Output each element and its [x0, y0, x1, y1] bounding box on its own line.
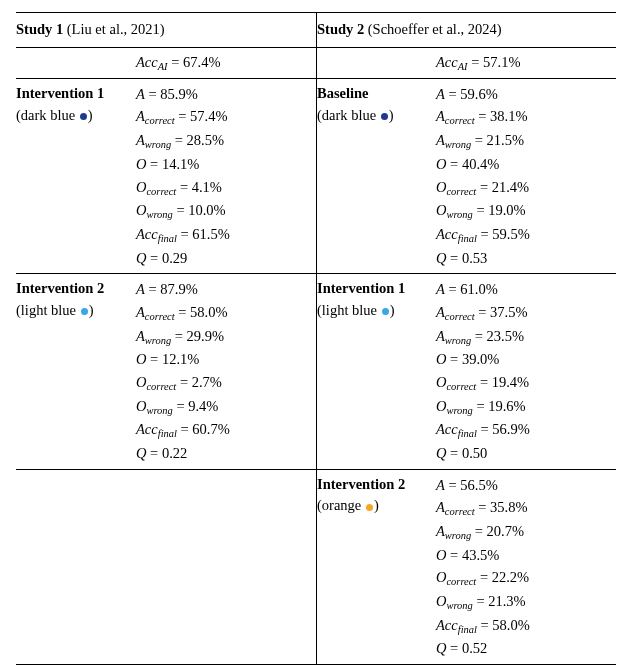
study1-group-metrics: A = 85.9% Acorrect = 57.4% Awrong = 28.5… — [136, 79, 316, 273]
metric-A-correct: Acorrect = 38.1% — [436, 105, 610, 129]
metric-O-wrong: Owrong = 21.3% — [436, 590, 610, 614]
acc-val: = 57.1% — [468, 54, 521, 70]
metric-A-correct: Acorrect = 57.4% — [136, 105, 310, 129]
group-title: Intervention 1 — [317, 278, 430, 300]
metric-O-correct: Ocorrect = 22.2% — [436, 566, 610, 590]
dot-darkblue-icon — [80, 113, 87, 120]
metric-O: O = 12.1% — [136, 348, 310, 370]
study1-header: Study 1 (Liu et al., 2021) — [16, 13, 316, 47]
dot-lightblue-icon — [81, 308, 88, 315]
metric-O: O = 14.1% — [136, 153, 310, 175]
metric-A-correct: Acorrect = 35.8% — [436, 496, 610, 520]
metric-A-wrong: Awrong = 21.5% — [436, 129, 610, 153]
acc-label: Acc — [136, 54, 158, 70]
metric-O: O = 43.5% — [436, 544, 610, 566]
group-color: (dark blue ) — [16, 105, 130, 127]
metric-Q: Q = 0.50 — [436, 442, 610, 464]
metric-O-correct: Ocorrect = 21.4% — [436, 176, 610, 200]
acc-val: = 67.4% — [168, 54, 221, 70]
study2-group-metrics: A = 59.6% Acorrect = 38.1% Awrong = 21.5… — [436, 79, 616, 273]
metric-Q: Q = 0.53 — [436, 247, 610, 269]
group-title: Intervention 2 — [317, 474, 430, 496]
metric-Q: Q = 0.22 — [136, 442, 310, 464]
metric-A-correct: Acorrect = 37.5% — [436, 301, 610, 325]
metric-Acc-final: Accfinal = 58.0% — [436, 614, 610, 638]
dot-lightblue-icon — [382, 308, 389, 315]
study1-cite: (Liu et al., 2021) — [67, 21, 165, 37]
study1-group-metrics: A = 87.9% Acorrect = 58.0% Awrong = 29.9… — [136, 274, 316, 468]
acc-label: Acc — [436, 54, 458, 70]
study2-cite: (Schoeffer et al., 2024) — [368, 21, 502, 37]
metric-A-correct: Acorrect = 58.0% — [136, 301, 310, 325]
metric-A-wrong: Awrong = 20.7% — [436, 520, 610, 544]
study2-group-metrics: A = 56.5% Acorrect = 35.8% Awrong = 20.7… — [436, 470, 616, 664]
study2-header: Study 2 (Schoeffer et al., 2024) — [316, 13, 616, 47]
study2-title: Study 2 — [317, 21, 368, 37]
group-color: (orange ) — [317, 495, 430, 517]
dot-darkblue-icon — [381, 113, 388, 120]
dot-orange-icon — [366, 504, 373, 511]
study2-group-label: Intervention 2 (orange ) — [316, 470, 436, 664]
metric-Acc-final: Accfinal = 56.9% — [436, 418, 610, 442]
study2-acc-ai: AccAI = 57.1% — [436, 48, 616, 78]
metric-Acc-final: Accfinal = 61.5% — [136, 223, 310, 247]
group-title: Intervention 1 — [16, 83, 130, 105]
group-color: (light blue ) — [16, 300, 130, 322]
metric-O-correct: Ocorrect = 2.7% — [136, 371, 310, 395]
study2-group-metrics: A = 61.0% Acorrect = 37.5% Awrong = 23.5… — [436, 274, 616, 468]
group-color: (dark blue ) — [317, 105, 430, 127]
study2-group-label: Intervention 1 (light blue ) — [316, 274, 436, 468]
metric-O-wrong: Owrong = 19.0% — [436, 199, 610, 223]
metric-A: A = 87.9% — [136, 278, 310, 300]
metric-O-wrong: Owrong = 10.0% — [136, 199, 310, 223]
acc-sub: AI — [158, 60, 168, 71]
group-color: (light blue ) — [317, 300, 430, 322]
metric-O-wrong: Owrong = 19.6% — [436, 395, 610, 419]
metric-A: A = 61.0% — [436, 278, 610, 300]
metric-O-wrong: Owrong = 9.4% — [136, 395, 310, 419]
metric-Acc-final: Accfinal = 59.5% — [436, 223, 610, 247]
study1-title: Study 1 — [16, 21, 67, 37]
study1-group-label: Intervention 2 (light blue ) — [16, 274, 136, 468]
metric-O-correct: Ocorrect = 4.1% — [136, 176, 310, 200]
empty-cell — [16, 48, 136, 78]
metric-O-correct: Ocorrect = 19.4% — [436, 371, 610, 395]
metric-A: A = 56.5% — [436, 474, 610, 496]
metric-O: O = 39.0% — [436, 348, 610, 370]
metric-A-wrong: Awrong = 28.5% — [136, 129, 310, 153]
study2-group-label: Baseline (dark blue ) — [316, 79, 436, 273]
metric-Q: Q = 0.29 — [136, 247, 310, 269]
metric-A-wrong: Awrong = 23.5% — [436, 325, 610, 349]
acc-sub: AI — [458, 60, 468, 71]
empty-cell — [316, 48, 436, 78]
study1-group-label: Intervention 1 (dark blue ) — [16, 79, 136, 273]
metric-Acc-final: Accfinal = 60.7% — [136, 418, 310, 442]
metric-A: A = 85.9% — [136, 83, 310, 105]
metric-Q: Q = 0.52 — [436, 637, 610, 659]
empty-cell — [16, 470, 136, 664]
group-title: Intervention 2 — [16, 278, 130, 300]
metric-O: O = 40.4% — [436, 153, 610, 175]
metric-A-wrong: Awrong = 29.9% — [136, 325, 310, 349]
group-title: Baseline — [317, 83, 430, 105]
study1-acc-ai: AccAI = 67.4% — [136, 48, 316, 78]
empty-cell — [136, 470, 316, 664]
metric-A: A = 59.6% — [436, 83, 610, 105]
comparison-table: Study 1 (Liu et al., 2021) Study 2 (Scho… — [16, 12, 624, 665]
